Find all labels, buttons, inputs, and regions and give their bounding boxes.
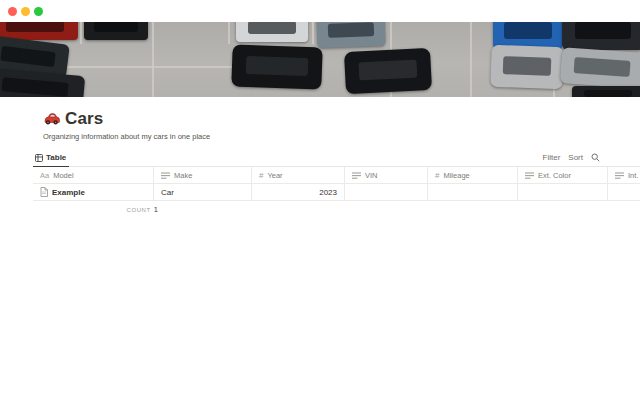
column-header-mileage[interactable]: #Mileage: [428, 167, 518, 184]
cell-make[interactable]: Car: [154, 184, 252, 201]
page-header: Cars Organizing information about my car…: [33, 97, 640, 141]
cover-car-glass: [575, 22, 631, 39]
column-header-make[interactable]: Make: [154, 167, 252, 184]
column-header-label: VIN: [365, 171, 378, 180]
count-footer[interactable]: COUNT 1: [33, 205, 158, 214]
table-header-row: AaModelMake#YearVIN#MileageExt. ColorInt…: [33, 167, 640, 184]
cover-car: [572, 86, 640, 97]
cell-model[interactable]: Example: [33, 184, 154, 201]
cover-car-glass: [502, 56, 552, 76]
row-title: Example: [52, 188, 85, 197]
database-table: AaModelMake#YearVIN#MileageExt. ColorInt…: [33, 167, 640, 201]
cover-car: [344, 48, 432, 94]
table-view-icon: [35, 154, 43, 162]
parking-line: [470, 22, 472, 97]
view-toolbar: Table Filter Sort: [33, 150, 640, 167]
traffic-light-zoom[interactable]: [34, 7, 43, 16]
page-description[interactable]: Organizing information about my cars in …: [43, 132, 640, 141]
page-content: Cars Organizing information about my car…: [0, 97, 640, 214]
filter-button[interactable]: Filter: [543, 153, 561, 162]
sort-button[interactable]: Sort: [568, 153, 583, 162]
column-header-label: Ext. Color: [538, 171, 571, 180]
column-header-label: Model: [53, 171, 73, 180]
notion-window: { "window": { "traffic_lights": [ {"name…: [0, 0, 640, 400]
number-property-icon: #: [259, 171, 263, 180]
cover-car: [562, 22, 640, 50]
count-label: COUNT: [126, 207, 150, 213]
cover-car: [316, 22, 385, 48]
cover-car: [231, 44, 322, 89]
cover-car: [236, 22, 308, 42]
cover-car-glass: [574, 57, 631, 77]
column-header-model[interactable]: AaModel: [33, 167, 154, 184]
cell-int-color[interactable]: [608, 184, 640, 201]
column-header-label: Year: [267, 171, 282, 180]
cover-car-glass: [94, 22, 138, 32]
column-header-ext-color[interactable]: Ext. Color: [518, 167, 608, 184]
cover-car-glass: [358, 59, 417, 81]
cell-value: Car: [161, 188, 174, 197]
tab-table-label: Table: [46, 153, 66, 162]
page-icon-red-car[interactable]: [43, 111, 60, 126]
page-title[interactable]: Cars: [65, 110, 103, 127]
text-property-icon: [352, 171, 361, 180]
window-titlebar: [0, 0, 640, 22]
column-header-label: Mileage: [443, 171, 469, 180]
cover-car: [84, 22, 148, 40]
cover-car-glass: [328, 22, 375, 38]
column-header-label: Make: [174, 171, 192, 180]
cell-ext-color[interactable]: [518, 184, 608, 201]
column-header-label: Int. Color: [628, 171, 640, 180]
cover-car-glass: [246, 56, 308, 77]
cell-mileage[interactable]: [428, 184, 518, 201]
toolbar-actions: Filter Sort: [543, 153, 600, 166]
cell-vin[interactable]: [345, 184, 428, 201]
column-header-int-color[interactable]: Int. Color: [608, 167, 640, 184]
parking-line: [80, 22, 82, 44]
cover-car: [490, 45, 563, 89]
red-car-icon: [43, 111, 60, 126]
traffic-light-minimize[interactable]: [21, 7, 30, 16]
cover-car-glass: [584, 90, 633, 97]
parking-line: [312, 22, 314, 44]
number-property-icon: #: [435, 171, 439, 180]
cover-car: [560, 47, 640, 89]
column-header-year[interactable]: #Year: [252, 167, 345, 184]
search-icon[interactable]: [591, 153, 600, 162]
parking-line: [228, 22, 230, 44]
count-value: 1: [154, 205, 158, 214]
cover-car-glass: [1, 77, 69, 97]
cover-car-glass: [6, 22, 65, 32]
traffic-light-close[interactable]: [8, 7, 17, 16]
cover-car-glass: [0, 46, 56, 68]
cell-year[interactable]: 2023: [252, 184, 345, 201]
cover-car-glass: [504, 22, 552, 39]
title-property-icon: Aa: [40, 171, 49, 180]
text-property-icon: [161, 171, 170, 180]
text-property-icon: [615, 171, 624, 180]
column-header-vin[interactable]: VIN: [345, 167, 428, 184]
page-document-icon: [40, 187, 48, 197]
cell-value: 2023: [319, 188, 337, 197]
parking-line: [152, 22, 154, 97]
cover-car: [0, 68, 85, 97]
text-property-icon: [525, 171, 534, 180]
tab-table[interactable]: Table: [33, 150, 69, 167]
cover-car-glass: [248, 22, 297, 34]
cover-image[interactable]: [0, 22, 640, 97]
table-row: ExampleCar2023: [33, 184, 640, 201]
